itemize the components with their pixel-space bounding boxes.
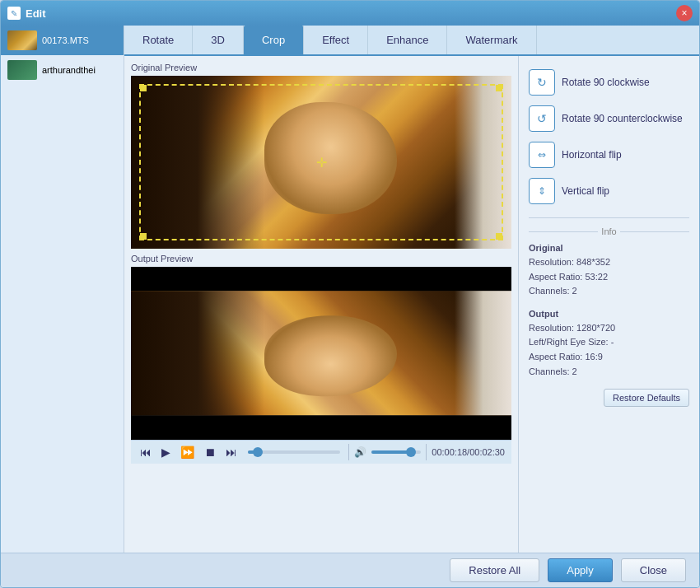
volume-thumb bbox=[406, 447, 416, 457]
divider-2 bbox=[426, 444, 427, 460]
output-aspect-ratio: Aspect Ratio: 16:9 bbox=[529, 350, 689, 365]
skip-forward-button[interactable]: ⏭ bbox=[223, 444, 240, 460]
rotate-ccw-label: Rotate 90 counterclockwise bbox=[562, 113, 683, 124]
skip-back-button[interactable]: ⏮ bbox=[138, 444, 154, 460]
sidebar-thumb-1 bbox=[7, 30, 37, 50]
rotate-cw-label: Rotate 90 clockwise bbox=[562, 77, 650, 88]
sidebar-item-file1[interactable]: 00173.MTS bbox=[1, 26, 124, 55]
original-aspect-ratio: Aspect Ratio: 53:22 bbox=[529, 270, 689, 285]
tab-watermark[interactable]: Watermark bbox=[447, 26, 536, 54]
action-rotate-ccw: ↺ Rotate 90 counterclockwise bbox=[529, 105, 689, 132]
playback-controls: ⏮ ▶ ⏩ ⏹ ⏭ 🔊 bbox=[131, 440, 511, 464]
window-title: Edit bbox=[26, 7, 676, 20]
progress-thumb bbox=[253, 447, 263, 457]
inner-content: Original Preview bbox=[124, 56, 699, 553]
tab-rotate[interactable]: Rotate bbox=[124, 26, 193, 54]
tab-3d[interactable]: 3D bbox=[193, 26, 244, 54]
flip-h-label: Horizontal flip bbox=[562, 149, 622, 161]
sidebar-thumb-2 bbox=[7, 60, 37, 80]
bottom-bar: Restore All Apply Close bbox=[1, 553, 699, 587]
volume-slider[interactable] bbox=[371, 450, 421, 454]
volume-fill bbox=[371, 450, 411, 454]
app-icon: ✎ bbox=[7, 7, 21, 20]
letterbox-top bbox=[131, 267, 511, 291]
divider-1 bbox=[348, 444, 349, 460]
right-panel: ↻ Rotate 90 clockwise ↺ Rotate 90 counte… bbox=[518, 56, 699, 553]
rotate-cw-button[interactable]: ↻ bbox=[529, 69, 555, 96]
flip-v-button[interactable]: ⇕ bbox=[529, 178, 555, 204]
original-title: Original bbox=[529, 243, 689, 253]
restore-all-button[interactable]: Restore All bbox=[450, 558, 539, 582]
info-title: Info bbox=[529, 226, 689, 236]
output-preview-box bbox=[131, 267, 511, 440]
tab-enhance[interactable]: Enhance bbox=[368, 26, 447, 54]
flip-h-button[interactable]: ⇔ bbox=[529, 142, 555, 168]
original-resolution: Resolution: 848*352 bbox=[529, 255, 689, 270]
volume-icon: 🔊 bbox=[354, 446, 366, 458]
close-button[interactable]: Close bbox=[621, 558, 686, 582]
action-flip-h: ⇔ Horizontal flip bbox=[529, 142, 689, 168]
fast-forward-button[interactable]: ⏩ bbox=[178, 444, 197, 460]
time-display: 00:00:18/00:02:30 bbox=[432, 447, 505, 457]
sidebar-item-file2[interactable]: arthurandthei bbox=[1, 55, 124, 85]
output-left-right-eye: Left/Right Eye Size: - bbox=[529, 335, 689, 350]
flip-v-label: Vertical flip bbox=[562, 185, 609, 197]
info-original: Original Resolution: 848*352 Aspect Rati… bbox=[529, 243, 689, 299]
stop-button[interactable]: ⏹ bbox=[202, 444, 218, 460]
content-area: Rotate 3D Crop Effect Enhance Watermark … bbox=[124, 26, 699, 553]
output-title: Output bbox=[529, 309, 689, 319]
output-resolution: Resolution: 1280*720 bbox=[529, 321, 689, 336]
info-section: Info Original Resolution: 848*352 Aspect… bbox=[529, 217, 689, 379]
output-preview-label: Output Preview bbox=[131, 254, 511, 264]
close-window-button[interactable]: × bbox=[676, 5, 693, 21]
rotate-ccw-button[interactable]: ↺ bbox=[529, 105, 555, 132]
main-area: 00173.MTS arthurandthei Rotate 3D Crop E… bbox=[1, 26, 699, 553]
original-channels: Channels: 2 bbox=[529, 284, 689, 299]
sidebar-label-2: arthurandthei bbox=[42, 65, 96, 75]
info-output: Output Resolution: 1280*720 Left/Right E… bbox=[529, 309, 689, 379]
tab-crop[interactable]: Crop bbox=[244, 26, 304, 54]
output-channels: Channels: 2 bbox=[529, 365, 689, 380]
title-bar: ✎ Edit × bbox=[1, 1, 699, 26]
play-button[interactable]: ▶ bbox=[159, 444, 173, 460]
apply-button[interactable]: Apply bbox=[548, 558, 613, 582]
progress-slider[interactable] bbox=[248, 450, 340, 454]
sidebar: 00173.MTS arthurandthei bbox=[1, 26, 124, 553]
action-rotate-cw: ↻ Rotate 90 clockwise bbox=[529, 69, 689, 96]
edit-window: ✎ Edit × 00173.MTS arthurandthei bbox=[0, 0, 700, 588]
preview-area: Original Preview bbox=[124, 56, 518, 553]
letterbox-bottom bbox=[131, 416, 511, 440]
original-preview-label: Original Preview bbox=[131, 63, 511, 72]
tab-effect[interactable]: Effect bbox=[304, 26, 368, 54]
restore-defaults-button[interactable]: Restore Defaults bbox=[604, 389, 689, 407]
sidebar-label-1: 00173.MTS bbox=[42, 35, 89, 45]
original-preview-box: ✛ bbox=[131, 76, 511, 249]
action-flip-v: ⇕ Vertical flip bbox=[529, 178, 689, 204]
tabs-bar: Rotate 3D Crop Effect Enhance Watermark bbox=[124, 26, 699, 56]
